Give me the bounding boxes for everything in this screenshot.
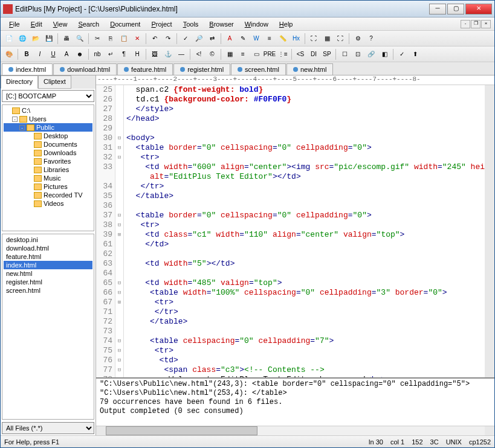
tree-item[interactable]: Music [4,174,92,182]
close-button[interactable]: ✕ [465,4,492,14]
menu-project[interactable]: Project [146,19,176,29]
help-icon[interactable]: ? [365,33,377,45]
code-line[interactable]: <tr> [126,298,482,307]
code-line[interactable]: <tr> [126,346,482,356]
mdi-close-button[interactable]: × [481,20,491,28]
file-item[interactable]: new.html [4,269,92,278]
mdi-minimize-button[interactable]: - [461,20,470,28]
tree-item[interactable]: Documents [4,140,92,149]
hr-icon[interactable]: — [175,48,187,60]
settings-icon[interactable]: ⚙ [352,33,364,45]
output-line[interactable]: "C:\Users\Public\new.html"(243,3): <tabl… [100,380,491,389]
fullscreen-icon[interactable]: ⛶ [334,33,346,45]
output-line[interactable]: 79 occurrences have been found in 6 file… [100,398,491,407]
file-item[interactable]: feature.html [4,252,92,261]
underline-icon[interactable]: U [47,48,59,60]
tab-feature-html[interactable]: feature.html [117,63,173,75]
fold-icon[interactable]: ⊟ [115,346,123,356]
code-line[interactable]: <table border="0" cellspacing="0" cellpa… [126,211,482,220]
new-html-icon[interactable]: 🌐 [16,33,28,45]
folder-tree[interactable]: C:\-Users-PublicDesktopDocumentsDownload… [2,104,94,231]
menu-browser[interactable]: Browser [204,19,238,29]
output-line[interactable]: "C:\Users\Public\new.html"(253,4): </tab… [100,389,491,398]
open-icon[interactable]: 📂 [30,33,42,45]
file-item[interactable]: index.html [4,261,92,269]
expand-icon[interactable]: - [12,117,18,122]
tab-new-html[interactable]: new.html [286,63,333,75]
code-line[interactable]: <table width="100%" cellspacing="0" cell… [126,288,482,298]
table-icon[interactable]: ▦ [224,48,236,60]
fold-icon[interactable]: ⊟ [115,278,123,288]
tree-item[interactable]: Videos [4,199,92,208]
font-color-icon[interactable]: A [224,33,236,45]
tree-item[interactable]: Desktop [4,132,92,140]
linenumber-icon[interactable]: ≡ [264,33,276,45]
form-icon[interactable]: ☐ [338,48,351,60]
file-item[interactable]: screen.html [4,286,92,295]
hex-icon[interactable]: Hx [290,33,302,45]
comment-icon[interactable]: <! [193,48,205,60]
expand-icon[interactable]: - [19,125,25,130]
code-editor[interactable]: 2526272829303132333435363738396162636465… [96,85,485,377]
emoji-icon[interactable]: ☻ [74,48,86,60]
file-item[interactable]: download.html [4,244,92,252]
code-line[interactable]: <span class="c3"><!-- Contents --> [126,365,482,375]
code-line[interactable]: <tr> [126,153,482,162]
palette-icon[interactable]: 🎨 [3,48,15,60]
para-icon[interactable]: ¶ [118,48,130,60]
fold-icon[interactable]: ⊟ [115,365,123,375]
code-line[interactable]: <td width="600" align="center"><img src=… [126,162,482,172]
preview-icon[interactable]: 🔍 [74,33,86,45]
menu-file[interactable]: File [4,19,25,29]
output-panel[interactable]: "C:\Users\Public\new.html"(243,3): <tabl… [96,377,494,426]
menu-tools[interactable]: Tools [178,19,204,29]
code-line[interactable]: td.c1 {background-color: #F0F0F0} [126,95,482,104]
cut-icon[interactable]: ✂ [91,33,103,45]
code-line[interactable]: <table border="0" cellspacing="0" cellpa… [126,143,482,153]
code-line[interactable]: </table> [126,191,482,201]
fold-icon[interactable]: ⊟ [115,220,123,230]
nbsp-icon[interactable]: nb [91,48,103,60]
pre-icon[interactable]: PRE [264,48,276,60]
menu-window[interactable]: Window [240,19,273,29]
tab-index-html[interactable]: index.html [2,63,53,75]
code-line[interactable]: span.c2 {font-weight: bold} [126,85,482,95]
find-icon[interactable]: 🔎 [193,33,205,45]
minimize-button[interactable]: ─ [429,4,446,14]
fold-icon[interactable]: ⊟ [115,288,123,298]
code-line[interactable]: </td> [126,240,482,249]
output-line[interactable]: Output completed (0 sec consumed) [100,407,491,416]
ruler-icon[interactable]: 📏 [277,33,289,45]
code-line[interactable]: <body> [126,133,482,143]
mdi-restore-button[interactable]: ❐ [471,20,480,28]
font-icon[interactable]: A [60,48,73,60]
list-icon[interactable]: ⋮≡ [277,48,289,60]
highlight-icon[interactable]: ✎ [237,33,249,45]
fold-icon[interactable]: ⊞ [115,298,123,307]
heading-icon[interactable]: H [131,48,143,60]
window-icon[interactable]: ▦ [321,33,333,45]
center-icon[interactable]: ≡ [237,48,249,60]
tree-item[interactable]: Recorded TV [4,191,92,199]
tab-register-html[interactable]: register.html [173,63,230,75]
code-line[interactable]: alt="EditPlus Text Editor"></td> [126,172,482,182]
tree-item[interactable]: C:\ [4,106,92,115]
tree-item[interactable]: Downloads [4,149,92,157]
validate-icon[interactable]: ✓ [396,48,408,60]
paste-icon[interactable]: 📋 [118,33,130,45]
code-line[interactable] [126,124,482,133]
code-line[interactable]: <tr> [126,220,482,230]
code-line[interactable] [126,201,482,211]
file-item[interactable]: desktop.ini [4,235,92,244]
file-filter[interactable]: All Files (*.*) [2,422,94,434]
di-icon[interactable]: DI [308,48,320,60]
code-line[interactable]: </style> [126,104,482,114]
browser-icon[interactable]: ⛶ [308,33,320,45]
print-icon[interactable]: 🖶 [60,33,73,45]
tree-item[interactable]: Libraries [4,165,92,174]
fold-icon[interactable]: ⊟ [115,143,123,153]
code-line[interactable]: </tr> [126,307,482,317]
wordwrap-icon[interactable]: W [250,33,262,45]
fold-icon[interactable]: ⊟ [115,153,123,162]
redo-icon[interactable]: ↷ [162,33,174,45]
